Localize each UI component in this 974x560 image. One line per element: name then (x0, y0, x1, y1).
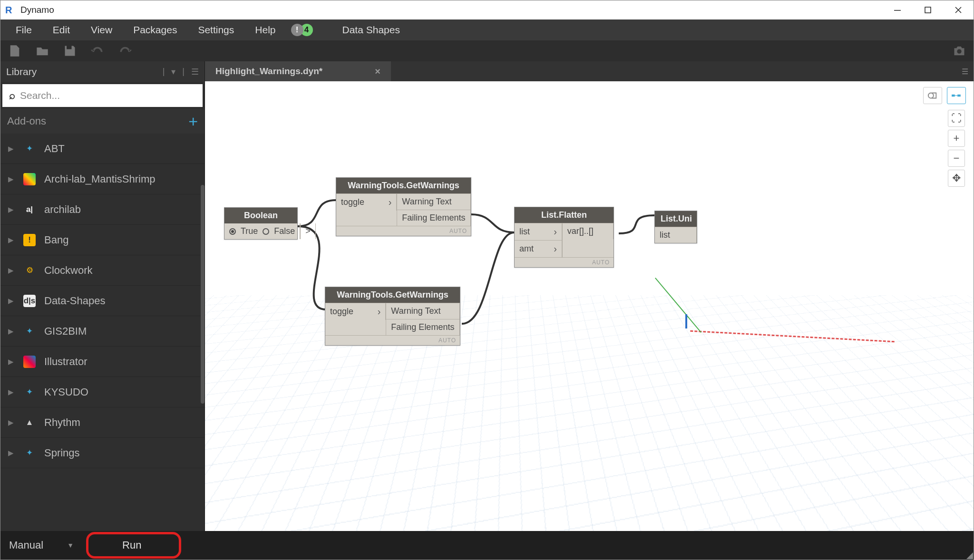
tree-label: GIS2BIM (44, 325, 87, 338)
menu-edit[interactable]: Edit (42, 19, 80, 40)
bulb-icon: ! (23, 234, 36, 246)
input-port-list[interactable]: list (515, 223, 562, 240)
svg-point-3 (928, 93, 934, 98)
chevron-right-icon: ▶ (8, 327, 15, 336)
new-file-icon[interactable] (8, 44, 21, 58)
node-getwarnings-1[interactable]: WarningTools.GetWarnings toggle Warning … (336, 177, 471, 236)
tree-item[interactable]: ▶a|archilab (0, 194, 205, 225)
annotation-highlight (86, 532, 181, 559)
node-getwarnings-2[interactable]: WarningTools.GetWarnings toggle Warning … (325, 287, 460, 346)
add-icon[interactable]: + (188, 112, 198, 131)
fit-view-icon[interactable]: ⛶ (948, 110, 965, 127)
tree-item[interactable]: ▶✦ABT (0, 134, 205, 164)
window-controls (882, 0, 974, 19)
graph-view-toggle[interactable] (947, 87, 966, 104)
tree-item[interactable]: ▶Archi-lab_MantisShrimp (0, 164, 205, 194)
package-icon: a| (23, 203, 36, 216)
svg-rect-5 (957, 95, 961, 97)
menu-file[interactable]: File (5, 19, 42, 40)
tree-label: ABT (44, 143, 65, 155)
input-port-list[interactable]: list (655, 227, 697, 243)
package-tree[interactable]: ▶✦ABT ▶Archi-lab_MantisShrimp ▶a|archila… (0, 134, 205, 531)
canvas-area: Highlight_Warnings.dyn* × ☰ (205, 61, 974, 531)
input-port-toggle[interactable]: toggle (336, 193, 397, 211)
maximize-button[interactable] (913, 0, 943, 19)
pan-icon[interactable]: ✥ (948, 170, 965, 187)
node-lacing: AUTO (336, 226, 471, 236)
chevron-right-icon: ▶ (8, 145, 15, 153)
search-input[interactable] (20, 90, 196, 101)
node-list-flatten[interactable]: List.Flatten list amt var[]..[] AUTO (514, 207, 614, 268)
divider-icon: | (163, 67, 165, 77)
tree-item[interactable]: ▶d|sData-Shapes (0, 286, 205, 316)
node-boolean[interactable]: Boolean True False > (224, 207, 298, 240)
search-box[interactable]: ⌕ (2, 84, 203, 107)
chevron-right-icon: ▶ (8, 357, 15, 366)
package-icon (23, 173, 36, 185)
svg-rect-4 (952, 95, 955, 97)
tree-item[interactable]: ▶✦GIS2BIM (0, 316, 205, 347)
zoom-out-icon[interactable]: − (948, 150, 965, 167)
chevron-down-icon: ▼ (67, 541, 74, 549)
open-file-icon[interactable] (36, 44, 49, 58)
menu-help[interactable]: Help (244, 19, 286, 40)
tree-item[interactable]: ▶▲Rhythm (0, 407, 205, 438)
menu-settings[interactable]: Settings (187, 19, 244, 40)
input-port-toggle[interactable]: toggle (325, 303, 386, 320)
divider-icon: | (182, 67, 185, 77)
radio-true[interactable] (229, 228, 236, 235)
tabbar: Highlight_Warnings.dyn* × ☰ (205, 61, 974, 81)
redo-icon[interactable] (118, 44, 132, 58)
tree-item[interactable]: ▶Illustrator (0, 347, 205, 377)
node-title: WarningTools.GetWarnings (336, 178, 471, 193)
save-icon[interactable] (63, 44, 77, 58)
svg-rect-1 (925, 7, 931, 13)
output-port-warning-text[interactable]: Warning Text (397, 193, 471, 210)
tree-item[interactable]: ▶✦KYSUDO (0, 377, 205, 407)
camera-icon[interactable] (953, 44, 966, 58)
radio-false[interactable] (263, 228, 269, 235)
filter-icon[interactable]: ▾ (171, 67, 175, 77)
tree-item[interactable]: ▶✦Springs (0, 438, 205, 468)
tree-label: Springs (44, 447, 80, 459)
radio-true-label: True (241, 226, 258, 236)
tab-menu-icon[interactable]: ☰ (956, 67, 974, 76)
chevron-right-icon: ▶ (8, 418, 15, 427)
window-title: Dynamo (20, 5, 54, 15)
close-button[interactable] (943, 0, 974, 19)
tree-label: archilab (44, 203, 81, 216)
addons-header[interactable]: Add-ons + (0, 109, 205, 134)
menu-datashapes[interactable]: Data Shapes (332, 19, 410, 40)
node-list-unique[interactable]: List.Uni list (654, 211, 697, 243)
titlebar: R Dynamo (0, 0, 974, 19)
tree-item[interactable]: ▶!Bang (0, 225, 205, 255)
undo-icon[interactable] (91, 44, 104, 58)
tab-close-icon[interactable]: × (375, 66, 380, 77)
chevron-right-icon: ▶ (8, 175, 15, 183)
chevron-right-icon: ▶ (8, 236, 15, 244)
output-port-var[interactable]: var[]..[] (563, 223, 614, 239)
tree-label: Bang (44, 234, 68, 246)
geometry-view-toggle[interactable] (923, 87, 942, 104)
menu-packages[interactable]: Packages (123, 19, 187, 40)
output-port-warning-text[interactable]: Warning Text (386, 303, 460, 319)
list-view-icon[interactable]: ☰ (191, 67, 199, 77)
tab-active[interactable]: Highlight_Warnings.dyn* × (205, 61, 391, 81)
tree-item[interactable]: ▶⚙Clockwork (0, 255, 205, 286)
menu-view[interactable]: View (80, 19, 123, 40)
resize-grip[interactable] (965, 551, 973, 559)
grid-floor (205, 295, 974, 531)
scrollbar[interactable] (201, 185, 205, 404)
run-mode-dropdown[interactable]: Manual ▼ (9, 539, 74, 551)
chevron-right-icon: ▶ (8, 205, 15, 214)
graph-canvas[interactable]: Boolean True False > WarningTools.GetWar… (205, 81, 974, 531)
output-port-failing-elements[interactable]: Failing Elements (397, 210, 471, 226)
notification-badges[interactable]: ! 4 (291, 24, 313, 36)
output-port[interactable]: > (300, 223, 316, 239)
output-port-failing-elements[interactable]: Failing Elements (386, 319, 460, 335)
tab-label: Highlight_Warnings.dyn* (215, 66, 322, 77)
zoom-in-icon[interactable]: + (948, 130, 965, 147)
metronome-icon: ▲ (23, 416, 36, 429)
input-port-amt[interactable]: amt (515, 240, 562, 257)
minimize-button[interactable] (882, 0, 913, 19)
